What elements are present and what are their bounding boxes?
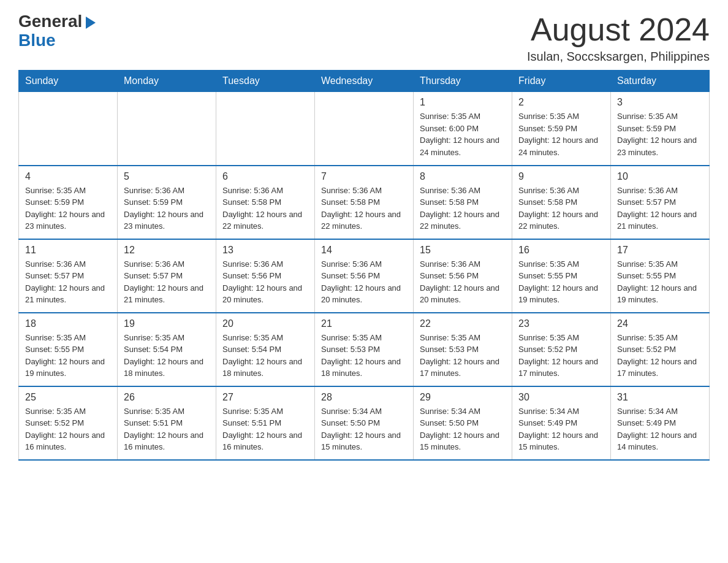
day-info: Sunrise: 5:36 AMSunset: 5:58 PMDaylight:…: [222, 185, 308, 232]
calendar-header: SundayMondayTuesdayWednesdayThursdayFrid…: [19, 71, 710, 92]
calendar-cell: 5Sunrise: 5:36 AMSunset: 5:59 PMDaylight…: [118, 166, 216, 239]
day-info: Sunrise: 5:34 AMSunset: 5:49 PMDaylight:…: [518, 405, 604, 453]
day-number: 12: [124, 245, 210, 256]
day-info: Sunrise: 5:35 AMSunset: 5:53 PMDaylight:…: [321, 332, 407, 380]
calendar-table: SundayMondayTuesdayWednesdayThursdayFrid…: [18, 70, 710, 461]
calendar-cell: 26Sunrise: 5:35 AMSunset: 5:51 PMDayligh…: [118, 386, 216, 460]
day-number: 28: [321, 392, 407, 403]
day-info: Sunrise: 5:36 AMSunset: 5:56 PMDaylight:…: [222, 258, 308, 306]
day-info: Sunrise: 5:35 AMSunset: 5:51 PMDaylight:…: [124, 405, 210, 453]
day-info: Sunrise: 5:35 AMSunset: 5:55 PMDaylight:…: [617, 258, 703, 306]
logo-blue-text: Blue: [18, 31, 56, 50]
logo: General Blue: [18, 12, 97, 50]
day-info: Sunrise: 5:35 AMSunset: 5:53 PMDaylight:…: [420, 332, 506, 380]
calendar-week-row: 11Sunrise: 5:36 AMSunset: 5:57 PMDayligh…: [19, 239, 710, 313]
calendar-cell: 19Sunrise: 5:35 AMSunset: 5:54 PMDayligh…: [118, 313, 216, 386]
page-header: General Blue August 2024 Isulan, Soccsks…: [18, 12, 710, 64]
day-info: Sunrise: 5:34 AMSunset: 5:50 PMDaylight:…: [420, 405, 506, 453]
calendar-week-row: 25Sunrise: 5:35 AMSunset: 5:52 PMDayligh…: [19, 386, 710, 460]
day-info: Sunrise: 5:35 AMSunset: 5:55 PMDaylight:…: [518, 258, 604, 306]
calendar-cell: 14Sunrise: 5:36 AMSunset: 5:56 PMDayligh…: [315, 239, 414, 313]
day-number: 6: [222, 171, 308, 182]
day-number: 2: [518, 97, 604, 108]
day-number: 29: [420, 392, 506, 403]
calendar-cell: 6Sunrise: 5:36 AMSunset: 5:58 PMDaylight…: [216, 166, 315, 239]
calendar-cell: 9Sunrise: 5:36 AMSunset: 5:58 PMDaylight…: [512, 166, 611, 239]
day-number: 23: [518, 318, 604, 329]
day-info: Sunrise: 5:36 AMSunset: 5:58 PMDaylight:…: [518, 185, 604, 232]
day-number: 24: [617, 318, 703, 329]
calendar-cell: 22Sunrise: 5:35 AMSunset: 5:53 PMDayligh…: [414, 313, 512, 386]
day-info: Sunrise: 5:36 AMSunset: 5:58 PMDaylight:…: [321, 185, 407, 232]
calendar-cell: 17Sunrise: 5:35 AMSunset: 5:55 PMDayligh…: [611, 239, 710, 313]
month-title: August 2024: [527, 12, 710, 47]
days-of-week-row: SundayMondayTuesdayWednesdayThursdayFrid…: [19, 71, 710, 92]
calendar-week-row: 1Sunrise: 5:35 AMSunset: 6:00 PMDaylight…: [19, 92, 710, 166]
calendar-cell: 2Sunrise: 5:35 AMSunset: 5:59 PMDaylight…: [512, 92, 611, 166]
day-number: 17: [617, 245, 703, 256]
calendar-cell: 16Sunrise: 5:35 AMSunset: 5:55 PMDayligh…: [512, 239, 611, 313]
day-number: 10: [617, 171, 703, 182]
calendar-cell: [315, 92, 414, 166]
day-info: Sunrise: 5:36 AMSunset: 5:57 PMDaylight:…: [124, 258, 210, 306]
day-of-week-header: Monday: [118, 71, 216, 92]
title-area: August 2024 Isulan, Soccsksargen, Philip…: [527, 12, 710, 64]
calendar-cell: 11Sunrise: 5:36 AMSunset: 5:57 PMDayligh…: [19, 239, 118, 313]
day-number: 14: [321, 245, 407, 256]
calendar-cell: [216, 92, 315, 166]
day-number: 21: [321, 318, 407, 329]
day-info: Sunrise: 5:35 AMSunset: 5:59 PMDaylight:…: [25, 185, 111, 232]
day-number: 9: [518, 171, 604, 182]
day-info: Sunrise: 5:35 AMSunset: 5:52 PMDaylight:…: [518, 332, 604, 380]
day-info: Sunrise: 5:34 AMSunset: 5:50 PMDaylight:…: [321, 405, 407, 453]
calendar-cell: 4Sunrise: 5:35 AMSunset: 5:59 PMDaylight…: [19, 166, 118, 239]
calendar-cell: 27Sunrise: 5:35 AMSunset: 5:51 PMDayligh…: [216, 386, 315, 460]
day-number: 1: [420, 97, 506, 108]
calendar-cell: 21Sunrise: 5:35 AMSunset: 5:53 PMDayligh…: [315, 313, 414, 386]
calendar-cell: 8Sunrise: 5:36 AMSunset: 5:58 PMDaylight…: [414, 166, 512, 239]
day-of-week-header: Friday: [512, 71, 611, 92]
day-info: Sunrise: 5:35 AMSunset: 5:54 PMDaylight:…: [222, 332, 308, 380]
day-number: 31: [617, 392, 703, 403]
day-info: Sunrise: 5:36 AMSunset: 5:59 PMDaylight:…: [124, 185, 210, 232]
day-number: 8: [420, 171, 506, 182]
calendar-cell: 3Sunrise: 5:35 AMSunset: 5:59 PMDaylight…: [611, 92, 710, 166]
calendar-cell: 28Sunrise: 5:34 AMSunset: 5:50 PMDayligh…: [315, 386, 414, 460]
day-number: 20: [222, 318, 308, 329]
day-number: 26: [124, 392, 210, 403]
calendar-week-row: 18Sunrise: 5:35 AMSunset: 5:55 PMDayligh…: [19, 313, 710, 386]
day-of-week-header: Thursday: [414, 71, 512, 92]
day-number: 27: [222, 392, 308, 403]
day-number: 7: [321, 171, 407, 182]
day-info: Sunrise: 5:35 AMSunset: 6:00 PMDaylight:…: [420, 110, 506, 158]
day-number: 11: [25, 245, 111, 256]
day-of-week-header: Wednesday: [315, 71, 414, 92]
day-number: 19: [124, 318, 210, 329]
day-number: 25: [25, 392, 111, 403]
calendar-cell: 24Sunrise: 5:35 AMSunset: 5:52 PMDayligh…: [611, 313, 710, 386]
calendar-cell: 18Sunrise: 5:35 AMSunset: 5:55 PMDayligh…: [19, 313, 118, 386]
day-info: Sunrise: 5:35 AMSunset: 5:52 PMDaylight:…: [25, 405, 111, 453]
day-info: Sunrise: 5:35 AMSunset: 5:54 PMDaylight:…: [124, 332, 210, 380]
calendar-cell: 20Sunrise: 5:35 AMSunset: 5:54 PMDayligh…: [216, 313, 315, 386]
day-number: 30: [518, 392, 604, 403]
day-info: Sunrise: 5:36 AMSunset: 5:57 PMDaylight:…: [617, 185, 703, 232]
location-text: Isulan, Soccsksargen, Philippines: [527, 50, 710, 64]
day-info: Sunrise: 5:36 AMSunset: 5:58 PMDaylight:…: [420, 185, 506, 232]
day-number: 13: [222, 245, 308, 256]
day-info: Sunrise: 5:36 AMSunset: 5:56 PMDaylight:…: [321, 258, 407, 306]
day-number: 22: [420, 318, 506, 329]
logo-general-text: General: [18, 12, 82, 31]
day-number: 3: [617, 97, 703, 108]
calendar-week-row: 4Sunrise: 5:35 AMSunset: 5:59 PMDaylight…: [19, 166, 710, 239]
calendar-cell: 10Sunrise: 5:36 AMSunset: 5:57 PMDayligh…: [611, 166, 710, 239]
calendar-cell: 31Sunrise: 5:34 AMSunset: 5:49 PMDayligh…: [611, 386, 710, 460]
day-info: Sunrise: 5:34 AMSunset: 5:49 PMDaylight:…: [617, 405, 703, 453]
day-info: Sunrise: 5:36 AMSunset: 5:57 PMDaylight:…: [25, 258, 111, 306]
logo-triangle-icon: [86, 17, 96, 29]
calendar-cell: 12Sunrise: 5:36 AMSunset: 5:57 PMDayligh…: [118, 239, 216, 313]
calendar-cell: 29Sunrise: 5:34 AMSunset: 5:50 PMDayligh…: [414, 386, 512, 460]
day-info: Sunrise: 5:35 AMSunset: 5:59 PMDaylight:…: [518, 110, 604, 158]
day-of-week-header: Tuesday: [216, 71, 315, 92]
calendar-cell: 7Sunrise: 5:36 AMSunset: 5:58 PMDaylight…: [315, 166, 414, 239]
